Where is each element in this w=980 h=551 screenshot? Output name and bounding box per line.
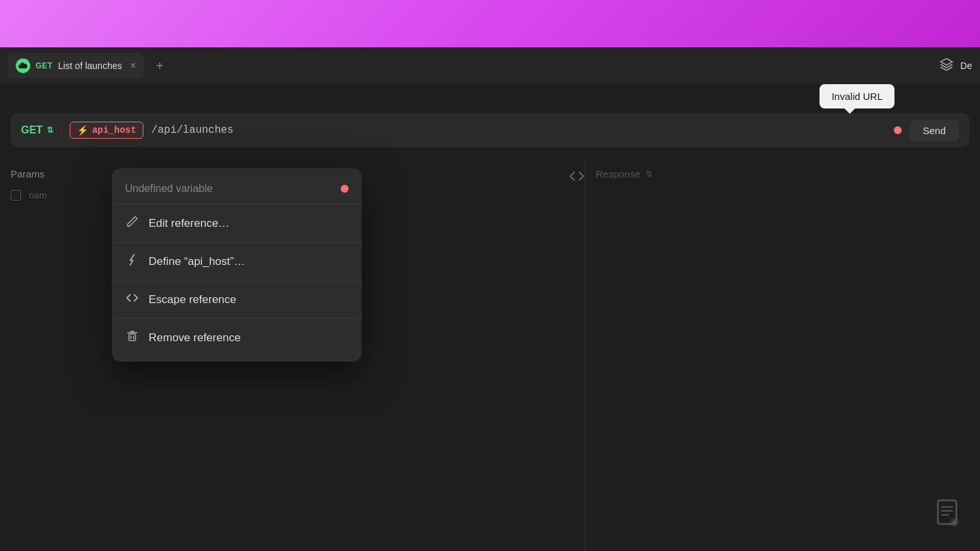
trash-icon: [125, 329, 139, 346]
param-checkbox[interactable]: [11, 190, 21, 201]
url-status-indicator: [894, 126, 902, 134]
cloud-icon: [16, 59, 30, 73]
define-lightning-icon: [125, 253, 139, 270]
menu-item-label-edit: Edit reference…: [149, 217, 230, 230]
param-name-input[interactable]: nam: [29, 190, 47, 201]
code-icon-area: [569, 158, 585, 551]
url-path[interactable]: /api/launches: [151, 124, 886, 136]
code-icon[interactable]: [569, 168, 585, 187]
svg-marker-0: [941, 59, 952, 65]
tab-method-badge: GET: [36, 61, 53, 70]
menu-header: Undefined variable: [112, 174, 362, 204]
menu-status-dot: [341, 185, 349, 193]
right-panel: Response ⇅: [585, 158, 980, 551]
method-label: GET: [21, 124, 43, 136]
tab-title: List of launches: [58, 60, 122, 71]
top-gradient-bar: [0, 0, 980, 47]
menu-item-remove-reference[interactable]: Remove reference: [112, 319, 362, 356]
svg-rect-1: [129, 334, 135, 341]
de-button[interactable]: De: [960, 60, 972, 71]
menu-item-label-remove: Remove reference: [149, 331, 241, 345]
method-selector[interactable]: GET ⇅: [21, 124, 62, 136]
tab-bar: GET List of launches × + De: [0, 47, 980, 84]
menu-item-edit-reference[interactable]: Edit reference…: [112, 204, 362, 243]
variable-tag[interactable]: ⚡ api_host: [70, 122, 143, 139]
menu-title: Undefined variable: [125, 183, 212, 195]
document-icon: [933, 498, 964, 535]
tab-list-of-launches[interactable]: GET List of launches ×: [8, 53, 144, 78]
response-text: Response: [596, 168, 641, 180]
add-tab-button[interactable]: +: [149, 55, 170, 76]
lightning-icon: ⚡: [77, 125, 88, 135]
menu-item-label-escape: Escape reference: [149, 293, 236, 306]
layers-icon: [939, 57, 954, 75]
menu-item-label-define: Define “api_host”…: [149, 255, 245, 268]
response-sort-icon[interactable]: ⇅: [646, 170, 652, 179]
menu-item-escape-reference[interactable]: Escape reference: [112, 281, 362, 319]
tab-close-button[interactable]: ×: [130, 60, 135, 71]
escape-code-icon: [125, 291, 139, 308]
variable-name-label: api_host: [92, 125, 136, 135]
menu-item-define[interactable]: Define “api_host”…: [112, 243, 362, 281]
invalid-url-tooltip: Invalid URL: [820, 84, 894, 108]
context-menu: Undefined variable Edit reference… Defin…: [112, 168, 362, 362]
method-dropdown-arrow: ⇅: [47, 126, 53, 135]
edit-icon: [125, 215, 139, 231]
url-bar: GET ⇅ ⚡ api_host /api/launches Send: [11, 113, 969, 147]
send-button[interactable]: Send: [910, 120, 959, 141]
response-label: Response ⇅: [596, 168, 969, 180]
